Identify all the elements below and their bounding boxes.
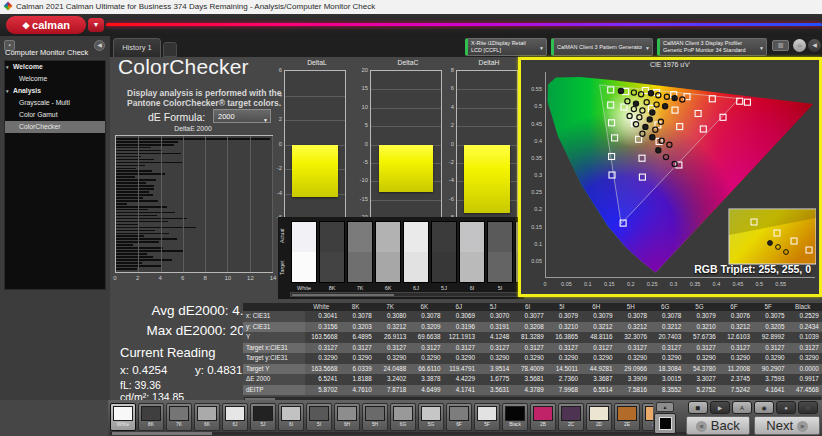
patch-button-5i[interactable]: 5I <box>306 403 332 431</box>
patch-button-5j[interactable]: 5J <box>250 403 276 431</box>
patch-button-6k[interactable]: 6K <box>194 403 220 431</box>
patch-button-2c[interactable]: 2C <box>558 403 584 431</box>
patch-label: 5G <box>419 421 443 429</box>
gridline <box>457 89 517 90</box>
patch-strip: White8K7K6K6J5J6I5I6H5H6G5G6F5FBlack2B2C… <box>108 400 822 436</box>
pattern-generator-dropdown[interactable]: CalMAN Client 3 Pattern Generator ▼ <box>551 38 653 56</box>
hist-bar <box>116 182 146 184</box>
transport-button-3[interactable]: A <box>732 401 752 414</box>
table-cell: 6.4895 <box>339 332 373 343</box>
tree-item-welcome[interactable]: Welcome <box>5 73 105 85</box>
transport-button-1[interactable]: ◼ <box>688 401 708 414</box>
patch-button-2f[interactable]: 2F <box>642 403 653 431</box>
hist-bar <box>116 170 152 172</box>
home-button[interactable]: ⌂ <box>793 39 806 52</box>
osd-button[interactable]: ▥ <box>772 40 789 51</box>
patch-color <box>225 406 245 421</box>
patch-button-6g[interactable]: 6G <box>390 403 416 431</box>
table-cell: 0.3127 <box>615 343 649 354</box>
patch-button-7k[interactable]: 7K <box>166 403 192 431</box>
table-cell: 0.3079 <box>546 311 580 322</box>
swatch-actual <box>432 222 456 252</box>
patch-button-5g[interactable]: 5G <box>418 403 444 431</box>
swatch-target <box>488 252 512 282</box>
transport-button-6[interactable]: ◌ <box>798 401 818 414</box>
measured-point <box>647 117 652 122</box>
tree-item-grayscale-multi[interactable]: Grayscale - Multi <box>5 97 105 109</box>
table-cell: 0.3212 <box>580 322 614 333</box>
patch-button-white[interactable]: White <box>110 403 136 431</box>
patch-button-6h[interactable]: 6H <box>334 403 360 431</box>
table-cell: 163.5668 <box>305 332 339 343</box>
patch-button-6i[interactable]: 6I <box>278 403 304 431</box>
collapse-panel-button[interactable]: ◀ <box>808 39 821 52</box>
transport-button-2[interactable]: ▶ <box>710 401 730 414</box>
swatch-6k[interactable] <box>375 221 401 283</box>
patch-button-2e[interactable]: 2E <box>614 403 640 431</box>
row-label: y: CIE31 <box>243 322 305 333</box>
tree-item-analysis[interactable]: Analysis <box>5 85 105 97</box>
swatch-6i[interactable] <box>459 221 485 283</box>
pattern-window-button[interactable] <box>654 413 676 434</box>
patch-scrollbar-thumb[interactable] <box>112 432 212 435</box>
swatch-8k[interactable] <box>319 221 345 283</box>
patch-button-2b[interactable]: 2B <box>530 403 556 431</box>
swatch-label: 8K <box>318 285 346 291</box>
display-profiler-dropdown[interactable]: CalMAN Client 3 Display Profiler Generic… <box>657 38 767 56</box>
table-cell: 0.3156 <box>305 322 339 333</box>
de-formula-select[interactable]: 2000▼ <box>213 109 271 123</box>
gridline <box>457 126 517 127</box>
swatch-5j[interactable] <box>431 221 457 283</box>
column-header: 5I <box>546 303 580 311</box>
back-button[interactable]: « Back <box>686 416 750 435</box>
hist-tick-label: 4 <box>154 275 166 281</box>
hist-bar <box>116 162 182 164</box>
main-menu-dropdown-button[interactable]: ▼ <box>88 18 104 32</box>
cie-1976-chart-panel[interactable]: CIE 1976 u'v' <box>518 57 822 297</box>
calman-logo-button[interactable]: ❖calman <box>6 16 86 34</box>
patch-button-2d[interactable]: 2D <box>586 403 612 431</box>
table-cell: 7.5242 <box>718 385 752 396</box>
tree-item-color-gamut[interactable]: Color Gamut <box>5 109 105 121</box>
patch-color <box>141 406 161 421</box>
transport-button-5[interactable]: ● <box>776 401 796 414</box>
swatch-scrollbar[interactable] <box>290 292 518 297</box>
meter-device-dropdown[interactable]: X-Rite i1Display Retail LCD [CCFL] ▼ <box>465 38 547 56</box>
hist-bar <box>116 168 136 170</box>
table-cell: 3.2402 <box>374 374 408 385</box>
swatch-6j[interactable] <box>403 221 429 283</box>
patch-button-5h[interactable]: 5H <box>362 403 388 431</box>
hist-gridline <box>227 136 228 272</box>
swatch-5i[interactable] <box>487 221 513 283</box>
cie-xtick-label: 0.45 <box>728 281 748 287</box>
swatch-7k[interactable] <box>347 221 373 283</box>
deltae-histogram-plot <box>115 135 273 273</box>
swatch-white[interactable] <box>291 221 317 283</box>
delta-h-chart: DeltaH 86420-2-4-6-8 <box>440 59 522 231</box>
rgb-triplet-readout: RGB Triplet: 255, 255, 0 <box>694 263 811 275</box>
calman-logo-text: calman <box>32 19 70 31</box>
column-header: 7K <box>374 303 408 311</box>
table-cell: 5.8702 <box>305 385 339 396</box>
sidebar-collapse-button[interactable]: ◀ <box>94 40 105 51</box>
column-header: 6I <box>511 303 545 311</box>
tree-item-colorchecker[interactable]: ColorChecker <box>5 121 105 133</box>
table-cell: 1.6775 <box>477 374 511 385</box>
tick-label: 20 <box>354 67 368 73</box>
swatch-label: 7K <box>346 285 374 291</box>
swatch-scrollbar-thumb[interactable] <box>292 294 394 296</box>
transport-button-4[interactable]: ◉ <box>754 401 774 414</box>
next-button[interactable]: Next » <box>754 416 820 435</box>
patch-label: 7K <box>167 421 191 429</box>
patch-color <box>421 406 441 421</box>
patch-color <box>533 406 553 421</box>
expand-patches-button[interactable]: ▲ <box>656 402 674 412</box>
tree-item-welcome[interactable]: Welcome <box>5 61 105 73</box>
cie-plot-area <box>545 72 815 278</box>
patch-button-6j[interactable]: 6J <box>222 403 248 431</box>
patch-button-8k[interactable]: 8K <box>138 403 164 431</box>
table-cell: 0.3077 <box>511 311 545 322</box>
patch-button-6f[interactable]: 6F <box>446 403 472 431</box>
patch-button-black[interactable]: Black <box>502 403 528 431</box>
patch-button-5f[interactable]: 5F <box>474 403 500 431</box>
